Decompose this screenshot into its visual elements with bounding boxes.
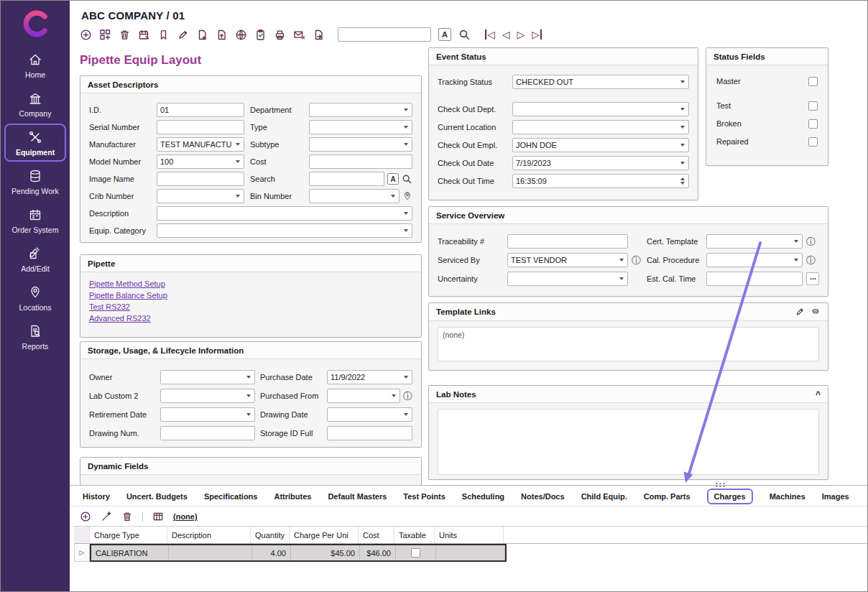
sidebar-item-company[interactable]: Company [4,85,66,123]
tracking-status-select[interactable]: CHECKED OUT [512,75,689,89]
delete-record-icon[interactable] [119,29,131,41]
nav-first-button[interactable]: ◁ [485,29,495,40]
cert-template-select[interactable] [706,234,803,249]
document-export-icon[interactable] [313,29,325,41]
tab-history[interactable]: History [83,492,110,501]
bookmark-icon[interactable] [157,29,170,41]
bin-number-select[interactable] [309,189,400,203]
tab-notes-docs[interactable]: Notes/Docs [521,492,565,501]
splitter-grip[interactable] [715,482,726,488]
current-location-select[interactable] [512,120,689,134]
charge-type-cell[interactable]: CALIBRATION [91,545,169,560]
equip-category-select[interactable] [157,223,412,238]
nav-prev-button[interactable]: ◁ [502,29,510,40]
repaired-checkbox[interactable] [808,137,818,147]
filter-none-link[interactable]: (none) [173,512,198,521]
purchased-from-select[interactable] [327,389,400,403]
row-expander[interactable]: ▷ [74,544,90,562]
lab-notes-textarea[interactable] [438,409,819,475]
table-row[interactable]: ▷ CALIBRATION 4.00 $45.00 $46.00 [74,544,867,562]
check-out-dept-select[interactable] [512,102,689,116]
web-icon[interactable] [235,29,247,41]
info-icon[interactable]: ⓘ [806,237,819,246]
toolbar-search-input[interactable] [338,27,431,42]
column-header[interactable]: Description [167,527,251,543]
grid-view-icon[interactable] [152,511,164,522]
add-record-icon[interactable] [80,29,92,41]
print-icon[interactable] [274,29,286,41]
pipette-method-setup-link[interactable]: Pipette Method Setup [89,279,412,288]
taxable-checkbox[interactable] [411,548,420,558]
add-multiple-icon[interactable] [99,29,111,41]
edit-icon[interactable] [177,29,189,41]
delete-charge-icon[interactable] [121,511,133,522]
column-header[interactable]: Cost [359,527,394,543]
test-checkbox[interactable] [808,101,818,111]
add-charge-icon[interactable] [80,511,91,522]
description-cell[interactable] [169,545,252,560]
lab-custom-2-select[interactable] [160,389,255,403]
tab-child-equip[interactable]: Child Equip. [581,492,627,501]
quantity-cell[interactable]: 4.00 [252,545,291,560]
sidebar-item-order-system[interactable]: Order System [4,201,66,239]
department-select[interactable] [309,103,412,117]
tab-scheduling[interactable]: Scheduling [462,492,504,501]
tab-charges[interactable]: Charges [707,489,753,504]
tab-default-masters[interactable]: Default Masters [328,492,387,501]
storage-id-full-input[interactable] [327,426,412,440]
sidebar-item-reports[interactable]: Reports [4,318,66,356]
tab-test-points[interactable]: Test Points [403,492,445,501]
tab-images[interactable]: Images [822,492,849,501]
cost-cell[interactable]: $46.00 [360,545,396,560]
serial-number-input[interactable] [157,120,244,134]
retirement-date-select[interactable] [160,407,255,422]
purchase-date-select[interactable]: 11/9/2022 [327,370,412,384]
manufacturer-select[interactable]: TEST MANUFACTU [157,137,244,152]
image-search-input[interactable] [309,172,384,186]
type-select[interactable] [309,120,412,134]
description-select[interactable] [157,206,412,221]
document-upload-icon[interactable] [216,29,228,41]
units-cell[interactable] [436,545,505,560]
image-name-input[interactable] [157,172,244,186]
check-out-empl-select[interactable]: JOHN DOE [512,138,689,152]
sidebar-item-equipment[interactable]: Equipment [4,124,66,162]
owner-select[interactable] [160,370,255,384]
cal-procedure-select[interactable] [706,253,803,267]
collapse-icon[interactable]: ^ [816,392,821,397]
column-header[interactable]: Charge Per Uni [290,527,359,543]
cost-input[interactable] [309,154,412,169]
test-rs232-link[interactable]: Test RS232 [89,302,412,311]
template-links-box[interactable]: (none) [438,327,819,361]
sidebar-item-pending-work[interactable]: Pending Work [4,162,66,200]
uncertainty-select[interactable] [507,272,628,286]
modify-icon[interactable] [101,511,112,522]
column-header[interactable]: Units [435,527,504,543]
spinner-arrows-icon[interactable] [680,177,685,185]
tab-machines[interactable]: Machines [770,492,805,501]
crib-number-select[interactable] [157,189,244,203]
check-out-date-select[interactable]: 7/19/2023 [512,156,689,170]
model-number-select[interactable]: 100 [157,154,244,169]
drawing-num-input[interactable] [160,426,255,440]
info-icon[interactable]: ⓘ [806,256,819,265]
nav-last-button[interactable]: ▷ [532,29,542,40]
drawing-date-select[interactable] [327,407,412,422]
id-input[interactable]: 01 [157,103,244,117]
advanced-rs232-link[interactable]: Advanced RS232 [89,314,412,323]
font-button[interactable]: A [387,173,399,185]
traceability-input[interactable] [507,234,628,249]
tab-specifications[interactable]: Specifications [204,492,258,501]
ellipsis-button[interactable]: ... [806,272,819,285]
column-header[interactable]: Taxable [394,527,435,543]
est-cal-time-input[interactable] [706,272,803,286]
info-icon[interactable]: ⓘ [403,392,412,401]
pipette-balance-setup-link[interactable]: Pipette Balance Setup [89,291,412,300]
broken-checkbox[interactable] [808,119,818,129]
checklist-icon[interactable] [254,29,267,41]
serviced-by-select[interactable]: TEST VENDOR [507,253,628,267]
check-out-time-spinner[interactable]: 16:35:09 [512,174,689,188]
tab-attributes[interactable]: Attributes [274,492,311,501]
font-button[interactable]: A [438,28,451,41]
search-icon[interactable] [458,29,471,41]
